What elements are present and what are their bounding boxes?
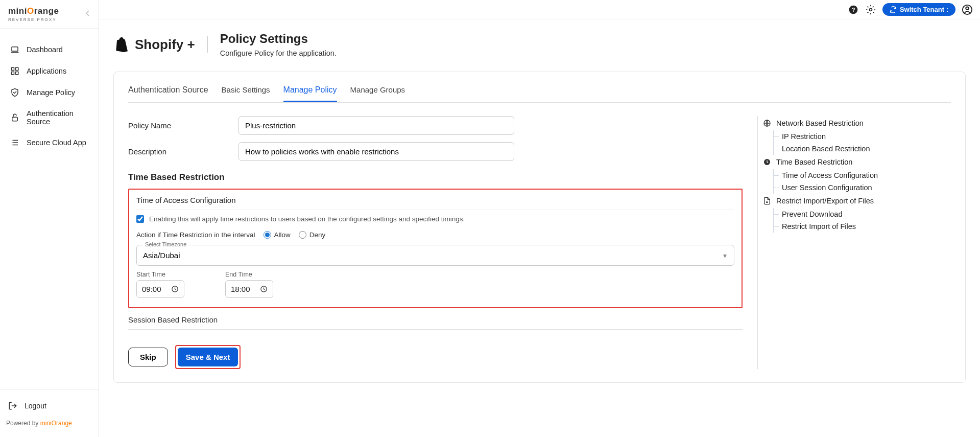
save-next-button[interactable]: Save & Next [178, 348, 238, 366]
sidebar-item-applications[interactable]: Applications [0, 60, 99, 82]
tab-basic-settings[interactable]: Basic Settings [222, 85, 270, 102]
logout-label: Logout [25, 402, 46, 410]
tree-time-access[interactable]: Time of Access Configuration [774, 169, 951, 181]
logout-icon [8, 401, 17, 410]
timezone-floating-label: Select Timezone [143, 241, 188, 247]
save-highlight: Save & Next [175, 345, 241, 369]
action-label: Action if Time Restriction in the interv… [136, 231, 255, 239]
allow-text: Allow [274, 231, 291, 239]
sidebar-collapse-icon[interactable] [85, 10, 90, 18]
grid-icon [10, 66, 19, 76]
start-time-input[interactable]: 09:00 [136, 280, 184, 298]
gear-icon[interactable] [865, 4, 876, 15]
powered-by: Powered by miniOrange [0, 416, 99, 431]
page-header: Shopify + Policy Settings Configure Poli… [113, 32, 966, 57]
sidebar-item-auth-source[interactable]: Authentication Source [0, 103, 99, 132]
svg-rect-4 [16, 72, 18, 75]
tree-time[interactable]: Time Based Restriction [763, 155, 951, 169]
globe-icon [763, 119, 771, 127]
tree-network[interactable]: Network Based Restriction [763, 116, 951, 130]
laptop-icon [10, 45, 19, 54]
svg-point-10 [966, 7, 969, 10]
policy-name-label: Policy Name [128, 121, 238, 130]
sidebar-footer: Logout Powered by miniOrange [0, 389, 99, 437]
powered-link[interactable]: miniOrange [40, 420, 72, 427]
sidebar-header: miniOrange REVERSE PROXY [0, 0, 99, 29]
allow-radio-label[interactable]: Allow [264, 231, 291, 239]
tree-label: Time of Access Configuration [782, 171, 878, 179]
tabs: Authentication Source Basic Settings Man… [128, 85, 951, 103]
timezone-select[interactable]: Asia/Dubai [137, 245, 734, 265]
sidebar-item-label: Applications [27, 67, 66, 75]
time-config-box: Time of Access Configuration Enabling th… [128, 189, 743, 308]
svg-text:?: ? [851, 6, 855, 13]
tree-user-session[interactable]: User Session Configuration [774, 181, 951, 194]
app-badge: Shopify + [113, 36, 208, 53]
enable-time-text: Enabling this will apply time restrictio… [149, 215, 465, 223]
switch-tenant-label: Switch Tenant : [900, 6, 948, 13]
tree-restrict-import[interactable]: Restrict Import of Files [774, 220, 951, 233]
start-time-value: 09:00 [142, 285, 161, 293]
tree-label: Restrict Import of Files [782, 222, 856, 231]
header-text: Policy Settings Configure Policy for the… [220, 32, 337, 57]
file-icon [763, 197, 771, 205]
policy-name-input[interactable] [238, 116, 514, 135]
session-section-title: Session Based Restriction [128, 315, 743, 330]
shield-check-icon [10, 88, 19, 97]
deny-radio[interactable] [299, 231, 306, 239]
tree-label: User Session Configuration [782, 183, 872, 192]
tree-ip[interactable]: IP Restriction [774, 130, 951, 143]
tree-location[interactable]: Location Based Restriction [774, 143, 951, 155]
allow-radio[interactable] [264, 231, 271, 239]
enable-time-checkbox[interactable] [136, 215, 144, 223]
help-icon[interactable]: ? [848, 4, 859, 15]
timezone-select-wrap[interactable]: Select Timezone Asia/Dubai ▾ [136, 245, 734, 266]
page-subtitle: Configure Policy for the application. [220, 49, 337, 57]
clock-icon [763, 158, 771, 166]
brand-logo: miniOrange REVERSE PROXY [8, 6, 59, 22]
list-icon [10, 138, 19, 147]
brand-highlight: O [27, 6, 34, 16]
skip-button[interactable]: Skip [128, 348, 168, 366]
tree-label: Prevent Download [782, 210, 843, 218]
sidebar-item-label: Secure Cloud App [27, 139, 86, 147]
tree-label: Restrict Import/Export of Files [776, 197, 874, 205]
end-time-input[interactable]: 18:00 [225, 280, 273, 298]
brand-post: range [34, 6, 59, 16]
tab-manage-groups[interactable]: Manage Groups [350, 85, 405, 102]
sidebar-nav: Dashboard Applications Manage Policy Aut… [0, 29, 99, 389]
action-buttons: Skip Save & Next [128, 345, 743, 369]
account-icon[interactable] [962, 4, 973, 15]
sidebar-item-secure-cloud[interactable]: Secure Cloud App [0, 132, 99, 153]
svg-rect-3 [11, 72, 14, 75]
refresh-icon [890, 6, 897, 13]
deny-radio-label[interactable]: Deny [299, 231, 326, 239]
tree-prevent-download[interactable]: Prevent Download [774, 208, 951, 220]
sidebar-item-label: Manage Policy [27, 88, 75, 97]
brand-subtitle: REVERSE PROXY [8, 17, 56, 22]
tree-files[interactable]: Restrict Import/Export of Files [763, 194, 951, 208]
topbar: ? Switch Tenant : [99, 0, 980, 19]
content: Shopify + Policy Settings Configure Poli… [99, 19, 980, 437]
clock-icon [260, 285, 268, 293]
tab-auth-source[interactable]: Authentication Source [128, 85, 208, 102]
end-time-label: End Time [225, 271, 273, 278]
shopify-icon [113, 36, 128, 53]
svg-point-8 [869, 8, 872, 11]
powered-prefix: Powered by [6, 420, 40, 427]
enable-time-checkbox-row[interactable]: Enabling this will apply time restrictio… [136, 215, 734, 223]
logout-button[interactable]: Logout [0, 396, 99, 416]
deny-text: Deny [309, 231, 326, 239]
settings-card: Authentication Source Basic Settings Man… [113, 72, 966, 383]
tree-label: Network Based Restriction [776, 119, 864, 127]
switch-tenant-button[interactable]: Switch Tenant : [882, 3, 955, 16]
tab-manage-policy[interactable]: Manage Policy [283, 85, 337, 102]
app-name: Shopify + [135, 37, 195, 53]
sidebar-item-dashboard[interactable]: Dashboard [0, 39, 99, 60]
clock-icon [171, 285, 179, 293]
end-time-value: 18:00 [231, 285, 250, 293]
sidebar-item-label: Authentication Source [27, 109, 88, 126]
sidebar-item-manage-policy[interactable]: Manage Policy [0, 82, 99, 103]
description-input[interactable] [238, 142, 514, 161]
svg-rect-5 [12, 117, 18, 121]
